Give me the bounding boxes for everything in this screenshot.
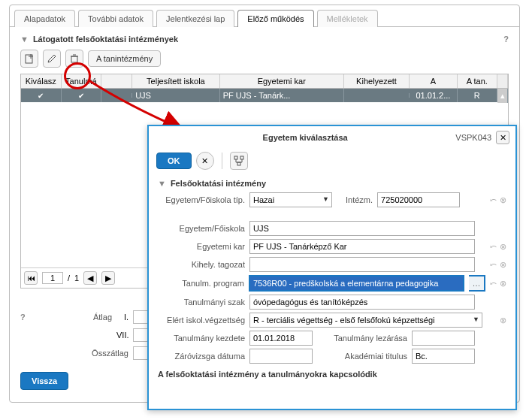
- avg-label: Átlag: [93, 313, 112, 322]
- col-kihely[interactable]: Kihelyezett: [344, 74, 410, 88]
- tab-application[interactable]: Jelentkezési lap: [156, 10, 234, 27]
- univ-label: Egyetem/Főiskola: [158, 224, 245, 233]
- collapse-icon[interactable]: ▼: [158, 179, 166, 188]
- reset-icon[interactable]: ⊗: [500, 195, 506, 205]
- ellipsis-icon[interactable]: …: [469, 275, 485, 292]
- pager-total: 1: [74, 273, 79, 283]
- col-blank[interactable]: [101, 74, 132, 88]
- select-university-dialog: Egyetem kiválasztása VSPK043 ✕ OK ✕ ▼ Fe…: [147, 125, 517, 410]
- pager-home-icon[interactable]: ⏮: [24, 271, 38, 285]
- end-label: Tanulmány lezárása: [323, 334, 407, 343]
- roman-1: I.: [116, 313, 128, 322]
- svg-rect-7: [240, 156, 243, 159]
- fac-input[interactable]: [249, 239, 475, 254]
- delete-icon[interactable]: [65, 50, 83, 68]
- akad-label: Akadémiai titulus: [323, 352, 407, 361]
- start-label: Tanulmány kezdete: [158, 334, 245, 343]
- cancel-icon[interactable]: ✕: [196, 152, 214, 170]
- dialog-code: VSPK043: [455, 133, 491, 142]
- col-faculty[interactable]: Egyetemi kar: [220, 74, 344, 88]
- akad-input[interactable]: [412, 349, 475, 364]
- close-icon[interactable]: ✕: [496, 131, 509, 144]
- col-a[interactable]: A: [410, 74, 457, 88]
- type-select[interactable]: [249, 192, 332, 207]
- link-icon[interactable]: ⤺: [490, 242, 497, 252]
- svg-rect-6: [234, 156, 237, 159]
- link-icon[interactable]: ⤺: [490, 260, 497, 270]
- col-atan[interactable]: A tan.: [458, 74, 498, 88]
- back-button[interactable]: Vissza: [20, 372, 68, 390]
- pager-next-icon[interactable]: ▶: [101, 271, 115, 285]
- institute-button[interactable]: A tanintézmény: [88, 50, 161, 67]
- inst-label: Intézm.: [346, 195, 373, 204]
- tab-basics[interactable]: Alapadatok: [14, 10, 75, 27]
- check-icon: [38, 91, 44, 100]
- prog-label: Tanulm. program: [158, 279, 244, 288]
- col-school[interactable]: Teljesített iskola: [132, 74, 220, 88]
- col-study[interactable]: Tanulmá: [62, 74, 102, 88]
- end-input[interactable]: [412, 331, 475, 346]
- cell-faculty: PF UJS - Tanárk...: [220, 89, 344, 102]
- check-icon: [78, 91, 84, 100]
- scroll-head: [497, 74, 508, 88]
- reset-icon[interactable]: ⊗: [500, 316, 506, 325]
- reset-icon[interactable]: ⊗: [500, 242, 506, 252]
- tab-attachments[interactable]: Mellékletek: [317, 10, 378, 27]
- kih-label: Kihely. tagozat: [158, 260, 245, 269]
- start-input[interactable]: [249, 331, 313, 346]
- add-icon[interactable]: [20, 50, 38, 68]
- link-icon[interactable]: ⤺: [490, 279, 497, 289]
- help-small-icon[interactable]: ?: [20, 313, 26, 322]
- zaro-input[interactable]: [249, 349, 313, 364]
- cell-r: R: [458, 89, 498, 102]
- section-title: Látogatott felsőoktatási intézmények: [33, 35, 178, 44]
- dialog-title: Egyetem kiválasztása: [155, 133, 455, 142]
- fac-label: Egyetemi kar: [158, 242, 245, 251]
- table-row[interactable]: UJS PF UJS - Tanárk... 01.01.2... R ▴: [21, 89, 508, 102]
- tree-icon[interactable]: [230, 152, 248, 170]
- reset-icon[interactable]: ⊗: [500, 279, 506, 289]
- edit-icon[interactable]: [43, 50, 61, 68]
- link-icon[interactable]: ⤺: [490, 195, 497, 205]
- cell-date: 01.01.2...: [410, 89, 457, 102]
- zaro-label: Záróvizsga dátuma: [158, 352, 245, 361]
- dialog-note: A felsőoktatási intézmény a tanulmányokr…: [158, 370, 506, 379]
- reset-icon[interactable]: ⊗: [500, 260, 506, 270]
- dialog-section-title: Felsőoktatási intézmény: [171, 179, 266, 188]
- pager-current[interactable]: [42, 272, 63, 284]
- elert-select[interactable]: [249, 313, 482, 328]
- univ-input[interactable]: [249, 221, 475, 236]
- scroll-up-icon[interactable]: ▴: [497, 89, 508, 103]
- cell-school: UJS: [132, 89, 220, 102]
- tabs-bar: Alapadatok További adatok Jelentkezési l…: [10, 5, 519, 27]
- tab-previous[interactable]: Előző működés: [237, 10, 313, 27]
- inst-input[interactable]: [377, 192, 460, 207]
- roman-7: VII.: [116, 331, 128, 340]
- svg-rect-8: [237, 162, 240, 165]
- type-label: Egyetem/Főiskola típ.: [158, 195, 245, 204]
- help-icon[interactable]: ?: [503, 35, 509, 44]
- ok-button[interactable]: OK: [156, 153, 192, 169]
- overall-label: Összátlag: [92, 349, 128, 358]
- collapse-icon[interactable]: ▼: [20, 35, 29, 44]
- tab-further[interactable]: További adatok: [78, 10, 153, 27]
- pager-prev-icon[interactable]: ◀: [83, 271, 97, 285]
- elert-label: Elért iskol.végzettség: [158, 316, 245, 325]
- szak-input[interactable]: [249, 295, 475, 310]
- col-select[interactable]: Kiválasz: [21, 74, 62, 88]
- kih-input[interactable]: [249, 257, 475, 272]
- szak-label: Tanulmányi szak: [158, 298, 245, 307]
- prog-input[interactable]: [249, 275, 464, 292]
- pager-sep: /: [68, 273, 70, 283]
- svg-rect-3: [71, 56, 77, 62]
